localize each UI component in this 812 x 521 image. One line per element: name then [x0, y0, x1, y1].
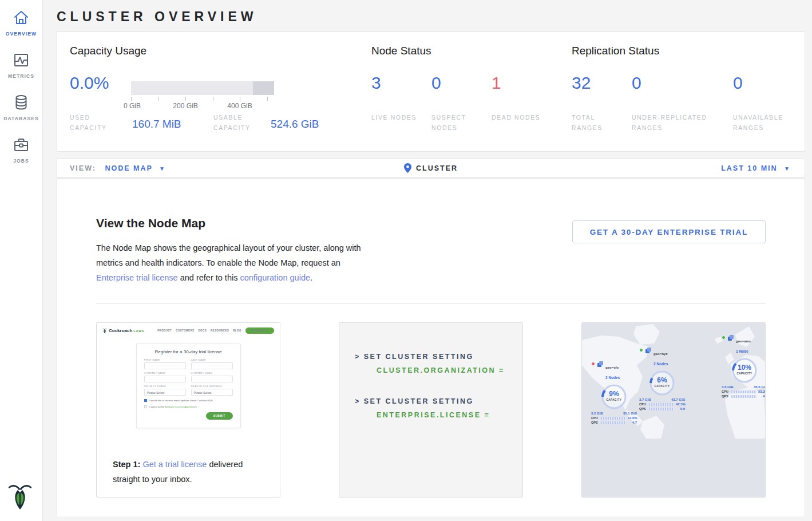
step2-card: > SET CLUSTER SETTING CLUSTER.ORGANIZATI…	[339, 322, 523, 498]
sidebar-item-databases[interactable]: DATABASES	[0, 85, 42, 127]
qps-value: 4.7	[628, 421, 637, 424]
map-pin-icon	[404, 163, 411, 173]
node-cube-icon	[645, 347, 652, 354]
cockroach-labs-roach-icon	[8, 483, 32, 511]
qps-bar	[601, 421, 626, 424]
node-cube-icon	[727, 334, 734, 341]
cluster-node-count: 2 Nodes	[653, 362, 668, 366]
cpu-label: CPU	[639, 402, 647, 406]
cluster-name: geo=sfo	[605, 366, 619, 369]
capacity-label: CAPACITY	[730, 372, 759, 375]
unavailable-ranges-label: UNAVAILABLE RANGES	[733, 112, 788, 133]
view-toolbar: VIEW: NODE MAP ▼ CLUSTER LAST 10 MIN ▼	[57, 159, 805, 177]
page-title: CLUSTER OVERVIEW	[43, 0, 812, 31]
capacity-tick	[240, 97, 240, 101]
step3-node-map-preview: geo=sfo2 Nodes 9% CAPACITY 3.2 GiB35.1 G…	[582, 323, 765, 497]
sidebar-item-overview[interactable]: OVERVIEW	[0, 0, 42, 42]
under-replicated-ranges-label: UNDER-REPLICATED RANGES	[632, 112, 726, 133]
status-dot-green	[639, 348, 643, 352]
capacity-used: 3.2 GiB	[591, 412, 603, 415]
capacity-total: 35.1 GiB	[623, 412, 637, 415]
cpu-bar	[731, 390, 756, 393]
view-dropdown-value[interactable]: NODE MAP	[105, 164, 152, 172]
metrics-chart-icon	[13, 52, 30, 69]
capacity-gauge: 9% CAPACITY	[599, 383, 629, 411]
dead-nodes-count: 1	[492, 73, 501, 93]
node-cube-icon	[597, 361, 604, 368]
cluster-node-count: 1 Node	[736, 349, 748, 353]
get-trial-license-link[interactable]: Get a trial license	[142, 460, 207, 469]
mini-field-input	[144, 362, 186, 369]
cpu-label: CPU	[722, 390, 730, 393]
mini-nav-item: CUSTOMERS	[176, 329, 194, 332]
capacity-tick	[131, 97, 132, 101]
suspect-nodes-count: 0	[431, 73, 441, 93]
sidebar-item-label: METRICS	[0, 73, 42, 79]
map-cluster-sfo: geo=sfo2 Nodes 9% CAPACITY 3.2 GiB35.1 G…	[591, 361, 637, 424]
view-selector[interactable]: VIEW: NODE MAP ▼	[57, 164, 298, 172]
mini-field-label: COMPANY NAME	[144, 372, 186, 374]
capacity-tick-label: 0 GiB	[124, 102, 141, 110]
sidebar-item-metrics[interactable]: METRICS	[0, 42, 42, 85]
sql-line: > SET CLUSTER SETTING	[355, 394, 522, 408]
configuration-guide-link[interactable]: configuration guide	[240, 273, 310, 282]
used-capacity-value: 160.7 MiB	[132, 118, 181, 131]
mini-select: Please Select	[144, 389, 186, 396]
sql-line: > SET CLUSTER SETTING	[355, 350, 522, 364]
description-text: and refer to this	[178, 273, 240, 282]
map-cluster-nyc: geo=nyc2 Nodes 6% CAPACITY 3.7 GiB43.7 G…	[639, 347, 685, 411]
status-dot-red	[591, 362, 595, 366]
cpu-label: CPU	[591, 416, 599, 420]
capacity-tick	[213, 97, 213, 101]
mini-field-label: PROJECT PHASE	[144, 385, 186, 388]
capacity-used: 3.6 GiB	[722, 385, 734, 389]
cpu-value: 42.5%	[676, 402, 685, 406]
capacity-bar	[131, 81, 274, 95]
mini-select: Please Select	[191, 389, 233, 396]
total-ranges-count: 32	[572, 73, 591, 93]
step1-screenshot: Cockroach LABS PRODUCT CUSTOMERS DOCS RE…	[97, 323, 280, 439]
status-dot-green	[722, 336, 726, 340]
live-nodes-count: 3	[371, 73, 381, 93]
mini-checkbox-unchecked	[144, 405, 147, 408]
under-replicated-ranges-count: 0	[632, 73, 641, 93]
step1-card: Cockroach LABS PRODUCT CUSTOMERS DOCS RE…	[96, 322, 280, 498]
node-status-title: Node Status	[371, 45, 431, 57]
capacity-percent: 10%	[730, 364, 759, 372]
mini-nav-item: PRODUCT	[157, 329, 172, 332]
main-content: CLUSTER OVERVIEW Capacity Usage 0.0% 0 G…	[43, 0, 812, 521]
time-range-value[interactable]: LAST 10 MIN	[721, 164, 777, 172]
time-range-selector[interactable]: LAST 10 MIN ▼	[564, 164, 805, 172]
qps-value: 0.0	[676, 407, 685, 411]
capacity-gauge: 6% CAPACITY	[647, 369, 677, 397]
cpu-value: 11.0%	[628, 416, 637, 420]
map-cluster-ams: geo=ams1 Node 10% CAPACITY 3.6 GiB36.6 G…	[722, 334, 765, 398]
sidebar: OVERVIEW METRICS DATABASES JOBS	[0, 0, 43, 521]
capacity-tick	[159, 97, 159, 101]
roach-icon	[102, 328, 107, 334]
enterprise-trial-license-link[interactable]: Enterprise trial license	[96, 273, 178, 282]
description-text: The Node Map shows the geographical layo…	[96, 243, 361, 267]
capacity-tick-label: 200 GiB	[173, 102, 197, 110]
scope-label: CLUSTER	[416, 164, 458, 172]
capacity-tick	[267, 97, 268, 101]
step2-sql-snippet: > SET CLUSTER SETTING CLUSTER.ORGANIZATI…	[339, 323, 522, 497]
cpu-bar	[601, 417, 626, 420]
capacity-gauge: 10% CAPACITY	[730, 357, 759, 384]
chevron-down-icon[interactable]: ▼	[159, 165, 165, 172]
steps-row: Cockroach LABS PRODUCT CUSTOMERS DOCS RE…	[96, 322, 766, 498]
enterprise-trial-button[interactable]: GET A 30-DAY ENTERPRISE TRIAL	[572, 220, 766, 243]
dead-nodes-label: DEAD NODES	[492, 112, 546, 123]
mini-license-link: Software License Agreement.	[165, 405, 197, 408]
mini-site-nav: PRODUCT CUSTOMERS DOCS RESOURCES BLOG DO…	[157, 327, 274, 334]
qps-bar	[649, 408, 674, 411]
cpu-value: 53.3%	[758, 390, 765, 393]
cluster-name: geo=nyc	[653, 352, 668, 356]
cluster-summary-panel: Capacity Usage 0.0% 0 GiB 200 GiB 400 Gi…	[57, 31, 805, 152]
mini-cockroach-logo: Cockroach LABS	[102, 328, 144, 334]
chevron-down-icon[interactable]: ▼	[784, 165, 790, 172]
usable-capacity-label: USABLE CAPACITY	[213, 112, 262, 133]
step1-label: Step 1:	[113, 460, 142, 469]
capacity-used-percent: 0.0%	[70, 73, 109, 93]
sidebar-item-jobs[interactable]: JOBS	[0, 127, 42, 169]
